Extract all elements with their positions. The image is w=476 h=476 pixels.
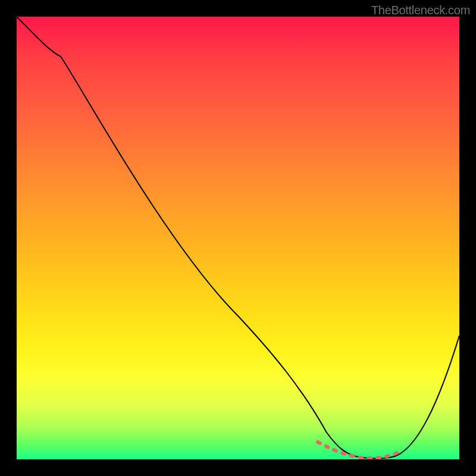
- attribution-watermark: TheBottleneck.com: [371, 4, 470, 17]
- curve-overlay: [17, 17, 459, 459]
- bottleneck-curve: [17, 17, 459, 458]
- chart-container: TheBottleneck.com: [0, 0, 476, 476]
- plot-area: [17, 17, 459, 459]
- sweet-spot-marker: [318, 442, 397, 458]
